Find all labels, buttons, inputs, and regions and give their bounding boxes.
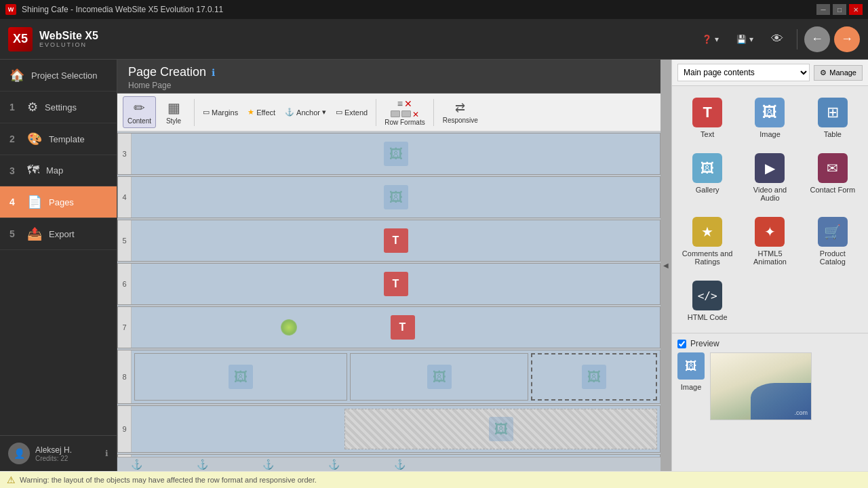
extend-icon: ▭ [336,108,342,117]
map-icon: 🗺 [27,163,39,178]
sidebar-item-label: Project Selection [31,70,98,81]
sidebar-item-map[interactable]: 3 🗺 Map [0,155,117,186]
margins-button[interactable]: ▭ Margins [199,106,242,118]
forward-button[interactable]: → [834,26,860,52]
extend-button[interactable]: ▭ Extend [332,106,372,118]
row-content[interactable]: 🖼 [132,177,660,218]
row-content[interactable]: 🖼 🖼 🖼 [132,350,660,403]
logo: X5 WebSite X5 EVOLUTION [8,27,98,52]
object-gallery[interactable]: 🖼 Gallery [677,147,737,208]
row-content[interactable]: 🖼 [132,134,660,174]
sidebar-item-template[interactable]: 2 🎨 Template [0,123,117,155]
sidebar-item-export[interactable]: 5 📤 Export [0,218,117,250]
anchor-icon: ⚓ [262,459,274,470]
help-dropdown-icon: ▾ [715,35,719,44]
row-number: 4 [118,177,132,218]
right-panel-header: Main page contents ⚙ Manage [672,60,868,86]
row-cell[interactable] [134,409,342,449]
text-cell-icon: T [391,315,415,340]
sidebar-item-pages[interactable]: 4 📄 Pages [0,186,117,218]
sidebar-item-project[interactable]: 🏠 Project Selection [0,60,117,92]
object-label: Comments and Ratings [681,249,734,266]
main-panel: Page Creation ℹ Home Page ✏ Content ▦ St… [117,60,660,471]
template-icon: 🎨 [27,131,42,146]
maximize-button[interactable]: □ [833,4,846,15]
info-icon[interactable]: ℹ [105,449,108,458]
object-table[interactable]: ⊞ Table [803,92,863,144]
preview-image: .com [710,352,812,420]
row-cell-empty[interactable]: 🖼 [344,409,657,449]
object-image[interactable]: 🖼 Image [740,92,800,144]
anchor-icon: ⚓ [131,459,142,470]
content-icon: ✏ [134,100,145,116]
save-button[interactable]: 💾 ▾ [730,30,760,48]
object-comments-ratings[interactable]: ★ Comments and Ratings [677,211,737,272]
object-product-catalog[interactable]: 🛒 Product Catalog [803,211,863,272]
help-button[interactable]: ❓ ▾ [695,30,726,48]
anchor-icon: ⚓ [285,108,294,117]
back-button[interactable]: ← [804,26,830,52]
toolbar-separator2 [376,99,376,126]
object-label: HTML5 Animation [743,249,796,266]
warning-text: Warning: the layout of the objects may h… [20,476,317,484]
object-label: Image [760,130,781,138]
toolbar: ✏ Content ▦ Style ▭ Margins ★ Effect [117,94,660,131]
row-content[interactable]: T [132,307,660,348]
contents-dropdown[interactable]: Main page contents [677,64,810,81]
anchor-dropdown-icon: ▾ [322,108,326,117]
preview-button[interactable]: 👁 [764,28,790,50]
object-label: Product Catalog [806,249,859,266]
html5-animation-icon: ✦ [755,217,785,247]
sidebar-item-settings[interactable]: 1 ⚙ Settings [0,92,117,123]
style-button[interactable]: ▦ Style [157,96,190,128]
content-button[interactable]: ✏ Content [123,96,156,128]
effect-star-icon: ★ [248,108,254,117]
sidebar-item-label: Map [46,165,63,176]
sidebar-item-label: Pages [49,197,74,207]
object-contact-form[interactable]: ✉ Contact Form [803,147,863,208]
text-cell-icon: T [384,272,408,296]
anchor-button[interactable]: ⚓ Anchor ▾ [281,106,330,118]
object-html-code[interactable]: </> HTML Code [677,274,737,327]
manage-button[interactable]: ⚙ Manage [814,65,863,81]
preview-label: Preview [690,339,719,348]
collapse-button[interactable]: ◀ [660,60,671,471]
row-content[interactable]: 🖼 [132,406,660,452]
canvas[interactable]: 3 🖼 4 🖼 5 [117,131,660,457]
canvas-container: 3 🖼 4 🖼 5 [117,131,660,457]
header-buttons: ❓ ▾ 💾 ▾ 👁 ← → [695,26,860,52]
object-label: Video and Audio [743,186,796,202]
object-text[interactable]: T Text [677,92,737,144]
user-name: Aleksej H. [35,445,72,455]
objects-grid: T Text 🖼 Image ⊞ Table [672,86,868,333]
responsive-button[interactable]: ⇄ Responsive [438,97,483,127]
minimize-button[interactable]: ─ [816,4,830,15]
row-formats-button[interactable]: ≡✕ ✕ Row Formats [380,97,429,127]
effect-button[interactable]: ★ Effect [243,106,279,118]
sidebar: 🏠 Project Selection 1 ⚙ Settings 2 🎨 Tem… [0,60,117,471]
close-button[interactable]: ✕ [849,4,863,15]
page-header: Page Creation ℹ Home Page [117,60,660,94]
eye-icon: 👁 [771,32,783,46]
object-html5-animation[interactable]: ✦ HTML5 Animation [740,211,800,272]
row-cell[interactable]: 🖼 [350,353,528,401]
object-video-audio[interactable]: ▶ Video and Audio [740,147,800,208]
page-info-icon[interactable]: ℹ [212,67,215,78]
row-cell[interactable]: 🖼 [134,353,347,401]
row-content[interactable]: T [132,220,660,261]
table-row: 7 T [117,306,660,348]
row-content[interactable]: T [132,264,660,304]
save-dropdown-icon: ▾ [749,35,753,44]
object-label: Gallery [696,186,719,194]
html-code-icon: </> [692,281,722,310]
app-icon: W [5,4,16,15]
row-content[interactable]: 🖼 🖼 [132,455,660,457]
preview-checkbox[interactable] [677,340,686,348]
video-object-icon: ▶ [755,153,785,183]
row-number: 3 [118,134,132,174]
header-separator [797,29,797,49]
preview-area: 🖼 Image .com [677,352,863,420]
row-number: 6 [118,264,132,304]
row-cell-selected[interactable]: 🖼 [531,353,657,401]
row-number: 5 [118,220,132,261]
